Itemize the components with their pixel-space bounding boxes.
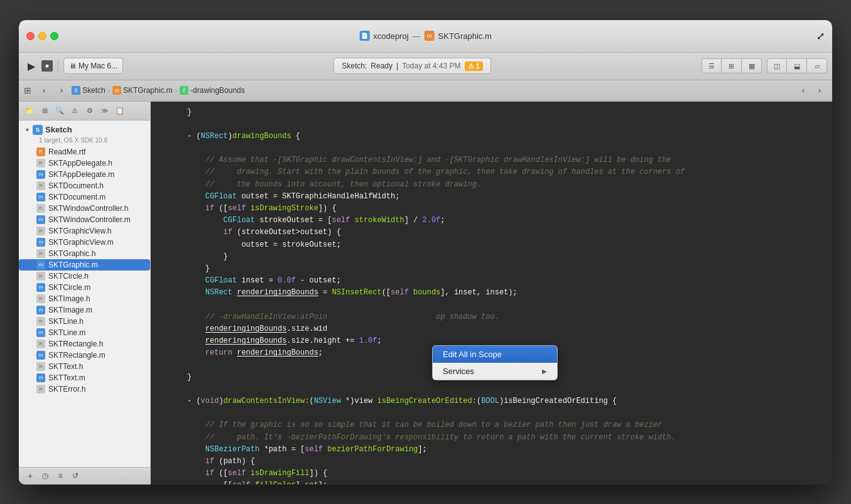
menu-item-label: Services bbox=[443, 367, 474, 376]
sketch-folder-icon: S bbox=[72, 86, 80, 95]
add-file-button[interactable]: + bbox=[24, 469, 36, 482]
minimize-button[interactable] bbox=[38, 32, 46, 40]
h-icon: h bbox=[36, 317, 45, 326]
code-line: CGFloat inset = 0.0f - outset; bbox=[151, 275, 832, 287]
code-line: // If the graphic is so so simple that i… bbox=[151, 419, 832, 431]
sidebar-warning-btn[interactable]: ⚠ bbox=[68, 104, 82, 117]
panel-btn-1[interactable]: ◫ bbox=[767, 58, 787, 73]
project-arrow-icon: ▾ bbox=[24, 127, 30, 133]
expand-button[interactable]: ⤢ bbox=[816, 30, 825, 42]
grid-view-btn[interactable]: ⊞ bbox=[24, 85, 31, 95]
nav-right-btn[interactable]: › bbox=[812, 83, 827, 98]
navbar: ⊞ ‹ › S Sketch › m SKTGraphic.m › f -dra… bbox=[19, 80, 832, 102]
forward-button[interactable]: › bbox=[54, 83, 69, 98]
main-content: 📁 ⊞ 🔍 ⚠ ⚙ ≫ 📋 ▾ S Sketch 1 target, OS X … bbox=[19, 102, 832, 485]
file-sktline-h[interactable]: h SKTLine.h bbox=[19, 316, 150, 327]
code-editor[interactable]: } - (NSRect)drawingBounds { // Assum bbox=[151, 102, 832, 485]
code-line: if (strokeOutset>outset) { bbox=[151, 227, 832, 239]
menu-item-edit-all-in-scope[interactable]: Edit All in Scope bbox=[433, 346, 557, 363]
h-icon: h bbox=[36, 272, 45, 281]
panel-btn-3[interactable]: ▱ bbox=[807, 58, 827, 73]
file-sktcircle-h[interactable]: h SKTCircle.h bbox=[19, 271, 150, 282]
file-sktdocument-m[interactable]: m SKTDocument.m bbox=[19, 191, 150, 203]
sidebar-folder-btn[interactable]: 📁 bbox=[23, 104, 36, 117]
close-button[interactable] bbox=[26, 32, 35, 40]
file-sktgraphicview-h[interactable]: h SKTGraphicView.h bbox=[19, 225, 150, 237]
m-icon: m bbox=[36, 351, 45, 360]
file-sktimage-h[interactable]: h SKTImage.h bbox=[19, 293, 150, 304]
toolbar-right: ☰ ⊞ ▦ ◫ ⬓ ▱ bbox=[702, 58, 827, 73]
code-line bbox=[151, 299, 832, 311]
maximize-button[interactable] bbox=[50, 32, 58, 40]
breadcrumb-method[interactable]: f -drawingBounds bbox=[180, 86, 245, 95]
git-button[interactable]: ↺ bbox=[69, 469, 82, 482]
view-btn-1[interactable]: ☰ bbox=[702, 58, 722, 73]
view-btn-3[interactable]: ▦ bbox=[742, 58, 762, 73]
view-btn-2[interactable]: ⊞ bbox=[722, 58, 742, 73]
breadcrumb: S Sketch › m SKTGraphic.m › f -drawingBo… bbox=[72, 86, 786, 95]
code-line: [[self fillColor] set]; bbox=[151, 480, 832, 484]
file-name: SKTError.h bbox=[48, 385, 85, 394]
file-sktgraphicview-m[interactable]: m SKTGraphicView.m bbox=[19, 237, 150, 248]
m-icon: m bbox=[36, 215, 45, 224]
m-icon: m bbox=[36, 373, 45, 382]
project-header[interactable]: ▾ S Sketch bbox=[19, 123, 150, 137]
status-bar: Sketch: Ready | Today at 4:43 PM ⚠ 1 bbox=[126, 58, 699, 74]
breadcrumb-sketch[interactable]: S Sketch bbox=[72, 86, 106, 95]
window-title: 📄 xcodeproj — m SKTGraphic.m bbox=[359, 31, 492, 41]
status-pill: Sketch: Ready | Today at 4:43 PM ⚠ 1 bbox=[333, 58, 491, 74]
file-name: ReadMe.rtf bbox=[48, 147, 85, 156]
scheme-selector[interactable]: 🖥 My Mac 6... bbox=[63, 58, 123, 74]
back-button[interactable]: ‹ bbox=[36, 83, 51, 98]
file-sktwindowcontroller-h[interactable]: h SKTWindowController.h bbox=[19, 203, 150, 214]
code-line: renderingingBounds.size.wid bbox=[151, 323, 832, 335]
m-icon: m bbox=[36, 328, 45, 337]
m-icon: m bbox=[36, 306, 45, 314]
sidebar-test-btn[interactable]: ⚙ bbox=[83, 104, 97, 117]
file-sktline-m[interactable]: m SKTLine.m bbox=[19, 327, 150, 338]
filter-button[interactable]: ≡ bbox=[54, 469, 67, 482]
file-sktrectangle-h[interactable]: h SKTRectangle.h bbox=[19, 338, 150, 350]
file-sktappdelegate-h[interactable]: h SKTAppDelegate.h bbox=[19, 158, 150, 169]
sidebar-grid-btn[interactable]: ⊞ bbox=[38, 104, 51, 117]
nav-left-btn[interactable]: ‹ bbox=[796, 83, 811, 98]
file-sktwindowcontroller-m[interactable]: m SKTWindowController.m bbox=[19, 214, 150, 225]
scheme-label: My Mac 6... bbox=[79, 62, 117, 70]
sidebar-search-btn[interactable]: 🔍 bbox=[53, 104, 67, 117]
file-skterror-h[interactable]: h SKTError.h bbox=[19, 383, 150, 395]
method-icon: f bbox=[180, 86, 188, 95]
panel-btn-2[interactable]: ⬓ bbox=[787, 58, 807, 73]
h-icon: h bbox=[36, 227, 45, 235]
history-button[interactable]: ◷ bbox=[39, 469, 51, 482]
code-line: } bbox=[151, 107, 832, 119]
breadcrumb-method-label: -drawingBounds bbox=[190, 86, 245, 95]
file-sktimage-m[interactable]: m SKTImage.m bbox=[19, 304, 150, 316]
file-skttext-m[interactable]: m SKTText.m bbox=[19, 372, 150, 383]
code-line bbox=[151, 119, 832, 131]
file-sktrectangle-m[interactable]: m SKTRectangle.m bbox=[19, 350, 150, 361]
warning-badge[interactable]: ⚠ 1 bbox=[465, 62, 483, 71]
file-name: SKTGraphicView.m bbox=[48, 238, 114, 247]
sidebar-debug-btn[interactable]: ≫ bbox=[98, 104, 112, 117]
file-sktcircle-m[interactable]: m SKTCircle.m bbox=[19, 282, 150, 293]
stop-button[interactable]: ■ bbox=[41, 60, 53, 72]
code-line: // path. It's -bezierPathForDrawing's re… bbox=[151, 432, 832, 444]
file-skttext-h[interactable]: h SKTText.h bbox=[19, 361, 150, 372]
code-line: // -drawHandleInView:atPoin op shadow to… bbox=[151, 311, 832, 323]
device-icon: 🖥 bbox=[69, 62, 76, 70]
file-sktgraphic-m[interactable]: m SKTGraphic.m bbox=[19, 259, 150, 271]
context-menu: Edit All in Scope Services ▶ bbox=[432, 345, 558, 380]
breadcrumb-file[interactable]: m SKTGraphic.m bbox=[112, 86, 173, 95]
file-readme[interactable]: R ReadMe.rtf bbox=[19, 146, 150, 158]
file-sktappdelegate-m[interactable]: m SKTAppDelegate.m bbox=[19, 169, 150, 180]
stop-icon: ■ bbox=[45, 63, 48, 69]
menu-item-services[interactable]: Services ▶ bbox=[433, 363, 557, 380]
run-button[interactable]: ▶ bbox=[24, 58, 39, 73]
file-icon: m bbox=[112, 86, 121, 95]
file-sktgraphic-h[interactable]: h SKTGraphic.h bbox=[19, 248, 150, 259]
m-icon: m bbox=[36, 193, 45, 201]
sidebar-report-btn[interactable]: 📋 bbox=[113, 104, 127, 117]
status-time: Today at 4:43 PM bbox=[402, 62, 460, 70]
file-sktdocument-h[interactable]: h SKTDocument.h bbox=[19, 180, 150, 191]
grid-icon: ⊞ bbox=[24, 85, 31, 95]
